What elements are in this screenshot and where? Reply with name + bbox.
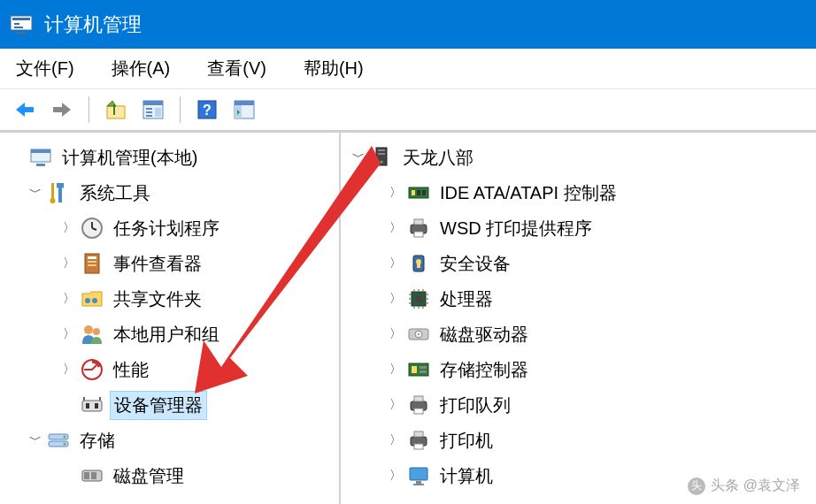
chevron-down-icon[interactable]: ﹀: [27, 432, 44, 448]
tree-shared-folders[interactable]: 〉 共享文件夹: [9, 281, 339, 317]
tree-disk-management[interactable]: ▶ 磁盘管理: [9, 458, 339, 493]
chevron-right-icon[interactable]: 〉: [387, 397, 404, 413]
svg-rect-51: [417, 190, 420, 195]
chevron-right-icon[interactable]: 〉: [387, 326, 404, 342]
chevron-right-icon[interactable]: 〉: [387, 220, 404, 236]
device-storage-controller[interactable]: 〉 存储控制器: [350, 352, 816, 387]
menu-action[interactable]: 操作(A): [106, 53, 176, 84]
device-security[interactable]: 〉 安全设备: [350, 246, 816, 281]
toolbar-separator: [180, 96, 181, 123]
svg-rect-27: [88, 256, 96, 259]
local-users-icon: [80, 322, 104, 347]
svg-point-32: [84, 325, 93, 334]
chevron-right-icon[interactable]: 〉: [387, 291, 404, 307]
chevron-right-icon[interactable]: 〉: [60, 256, 78, 271]
chevron-right-icon[interactable]: 〉: [387, 256, 404, 271]
svg-point-40: [64, 436, 66, 439]
svg-point-48: [381, 161, 383, 164]
watermark-icon: 头: [688, 477, 705, 495]
node-label: 天龙八部: [399, 144, 477, 172]
tree-storage[interactable]: ﹀ 存储: [9, 423, 339, 458]
tree-system-tools[interactable]: ﹀ 系统工具: [9, 175, 339, 210]
svg-point-63: [418, 333, 420, 335]
storage-icon: [46, 428, 71, 453]
printer-icon: [406, 428, 431, 453]
svg-rect-13: [155, 108, 161, 117]
node-label: 处理器: [436, 286, 497, 313]
tree-performance[interactable]: 〉 性能: [9, 352, 339, 387]
svg-rect-50: [412, 190, 415, 195]
tree-task-scheduler[interactable]: 〉 任务计划程序: [9, 210, 339, 246]
chevron-right-icon[interactable]: 〉: [387, 185, 404, 201]
tree-device-manager[interactable]: ▶ 设备管理器: [9, 387, 339, 423]
show-hide-button[interactable]: [228, 94, 260, 126]
help-button[interactable]: ?: [191, 94, 223, 126]
svg-rect-75: [416, 481, 421, 484]
node-label: 存储: [76, 427, 119, 454]
menu-view[interactable]: 查看(V): [202, 53, 272, 84]
tree-local-users[interactable]: 〉 本地用户和组: [9, 317, 339, 352]
node-label: 磁盘管理: [110, 462, 188, 490]
device-ide[interactable]: 〉 IDE ATA/ATAPI 控制器: [350, 175, 816, 210]
svg-point-23: [50, 198, 56, 203]
svg-rect-47: [378, 153, 385, 155]
chevron-down-icon[interactable]: ﹀: [27, 185, 44, 201]
tree-event-viewer[interactable]: 〉 事件查看器: [9, 246, 339, 281]
node-label: 性能: [110, 356, 152, 384]
chevron-right-icon[interactable]: 〉: [387, 468, 404, 484]
svg-rect-74: [410, 468, 427, 480]
node-label: 打印机: [436, 427, 497, 454]
svg-rect-7: [107, 106, 125, 118]
device-print-queue[interactable]: 〉 打印队列: [350, 387, 816, 423]
svg-rect-35: [82, 401, 102, 411]
svg-point-31: [92, 298, 97, 303]
svg-rect-58: [417, 263, 420, 268]
device-disk-drives[interactable]: 〉 磁盘驱动器: [350, 317, 816, 352]
node-label: 磁盘驱动器: [436, 321, 532, 348]
node-label: 打印队列: [436, 392, 514, 419]
watermark: 头 头条 @袁文泽: [688, 477, 800, 495]
forward-button[interactable]: [46, 94, 78, 126]
menu-help[interactable]: 帮助(H): [298, 53, 369, 84]
computer-management-icon: [28, 145, 53, 170]
device-wsd[interactable]: 〉 WSD 打印提供程序: [350, 210, 816, 246]
chevron-right-icon[interactable]: 〉: [60, 220, 78, 236]
chevron-right-icon[interactable]: 〉: [387, 432, 404, 448]
svg-rect-29: [88, 264, 96, 266]
svg-rect-10: [146, 108, 152, 110]
svg-rect-66: [420, 366, 427, 369]
svg-rect-37: [95, 403, 98, 409]
watermark-text: 头条 @袁文泽: [711, 477, 800, 495]
svg-point-33: [93, 328, 100, 335]
back-button[interactable]: [9, 94, 41, 126]
svg-rect-70: [414, 409, 423, 414]
svg-rect-65: [412, 366, 417, 373]
svg-point-30: [85, 298, 90, 303]
node-label: 计算机: [436, 462, 497, 490]
toolbar: ?: [0, 89, 816, 132]
device-processor[interactable]: 〉 处理器: [350, 281, 816, 317]
chevron-right-icon[interactable]: 〉: [60, 326, 78, 342]
task-scheduler-icon: [80, 216, 104, 241]
up-folder-button[interactable]: [100, 94, 132, 126]
device-root[interactable]: ﹀ 天龙八部: [350, 140, 816, 175]
svg-rect-12: [146, 115, 152, 117]
node-label: IDE ATA/ATAPI 控制器: [436, 179, 620, 207]
tree-root-computer-management[interactable]: ▶ 计算机管理(本地): [9, 140, 339, 175]
chevron-right-icon[interactable]: 〉: [60, 362, 78, 378]
svg-rect-52: [422, 190, 426, 195]
svg-rect-44: [91, 472, 96, 479]
device-printer[interactable]: 〉 打印机: [350, 423, 816, 458]
svg-rect-20: [31, 149, 50, 153]
disk-drive-icon: [406, 322, 431, 347]
menu-file[interactable]: 文件(F): [11, 53, 80, 84]
chevron-down-icon[interactable]: ﹀: [350, 149, 367, 165]
app-icon: [7, 11, 35, 39]
svg-rect-11: [146, 111, 152, 113]
computer-icon: [369, 145, 394, 170]
svg-rect-73: [414, 444, 423, 449]
svg-rect-28: [88, 261, 96, 263]
properties-button[interactable]: [137, 94, 169, 126]
chevron-right-icon[interactable]: 〉: [387, 362, 404, 378]
chevron-right-icon[interactable]: 〉: [60, 291, 78, 307]
